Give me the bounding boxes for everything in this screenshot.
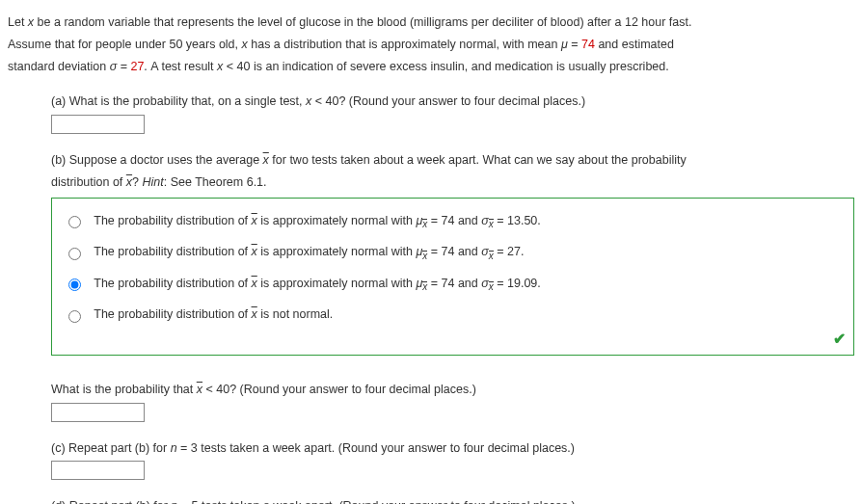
opt1-mu: μx xyxy=(416,214,427,227)
opt4-b: is not normal. xyxy=(257,307,334,321)
intro-line3-b: . A test result xyxy=(144,60,217,73)
eq2: = xyxy=(117,60,130,73)
opt2-sigma-val: = 27. xyxy=(494,245,525,258)
hint-rest: : See Theorem 6.1. xyxy=(164,175,267,189)
opt2-prefix: The probability distribution of xyxy=(94,245,251,258)
opt1-mu-expr: = 74 and xyxy=(427,214,481,227)
opt2-mu: μx xyxy=(416,245,427,258)
mu-value: 74 xyxy=(581,38,595,51)
b-line2-a: distribution of xyxy=(51,175,126,189)
option-4-radio[interactable] xyxy=(68,310,81,323)
part-d: (d) Repeat part (b) for n = 5 tests take… xyxy=(51,497,854,504)
eq1: = xyxy=(568,38,581,51)
c-text-b: = 3 tests taken a week apart. (Round you… xyxy=(177,441,575,455)
opt1-sigma-val: = 13.50. xyxy=(494,214,541,227)
part-a-text: (a) What is the probability that, on a s… xyxy=(51,93,854,111)
b2-text: What is the probability that x < 40? (Ro… xyxy=(51,381,854,399)
option-1[interactable]: The probability distribution of x is app… xyxy=(62,206,844,238)
option-1-radio[interactable] xyxy=(68,216,81,228)
d-text-b: = 5 tests taken a week apart. (Round you… xyxy=(177,499,575,504)
c-nvar: n xyxy=(171,441,177,455)
opt4-a: The probability distribution of xyxy=(94,307,251,321)
opt2-sigma: σx xyxy=(481,245,494,258)
intro-line3-a: standard deviation xyxy=(8,60,110,73)
b2-label-a: What is the probability that xyxy=(51,383,197,396)
opt3-sigma: σx xyxy=(481,277,494,290)
mu-symbol: μ xyxy=(561,38,568,51)
option-3[interactable]: The probability distribution of x is app… xyxy=(62,269,844,301)
b-line1-a: (b) Suppose a doctor uses the average xyxy=(51,153,263,167)
c-text: (c) Repeat part (b) for n = 3 tests take… xyxy=(51,439,854,458)
b-line1-b: for two tests taken about a week apart. … xyxy=(269,153,687,167)
c-text-a: (c) Repeat part (b) for xyxy=(51,441,171,455)
option-4[interactable]: The probability distribution of x is not… xyxy=(62,300,844,330)
part-b2: What is the probability that x < 40? (Ro… xyxy=(51,381,854,422)
intro-line2-c: and estimated xyxy=(595,38,674,51)
option-2[interactable]: The probability distribution of x is app… xyxy=(62,237,844,269)
intro-line1-a: Let xyxy=(8,15,28,29)
intro-line3: standard deviation σ = 27. A test result… xyxy=(8,58,854,76)
opt1-sigma: σx xyxy=(481,214,494,227)
intro-line2-b: has a distribution that is approximately… xyxy=(248,38,561,51)
opt1-prefix: The probability distribution of xyxy=(94,214,251,227)
intro-line1-b: be a random variable that represents the… xyxy=(34,15,691,29)
part-c: (c) Repeat part (b) for n = 3 tests take… xyxy=(51,439,854,481)
checkmark-icon: ✔ xyxy=(833,328,846,351)
part-b-line1: (b) Suppose a doctor uses the average x … xyxy=(51,151,854,170)
option-3-radio[interactable] xyxy=(68,279,81,291)
intro-line2: Assume that for people under 50 years ol… xyxy=(8,36,854,54)
part-b-line2: distribution of x? Hint: See Theorem 6.1… xyxy=(51,173,854,192)
opt2-mid: is approximately normal with xyxy=(257,245,417,258)
opt3-mu-expr: = 74 and xyxy=(427,277,481,290)
opt3-mid: is approximately normal with xyxy=(257,277,417,290)
opt3-mu: μx xyxy=(416,277,427,290)
answer-b2-input[interactable] xyxy=(51,403,145,422)
part-a: (a) What is the probability that, on a s… xyxy=(51,93,854,134)
b2-label-b: < 40? (Round your answer to four decimal… xyxy=(202,383,476,396)
opt2-mu-expr: = 74 and xyxy=(427,245,481,258)
d-text: (d) Repeat part (b) for n = 5 tests take… xyxy=(51,497,854,504)
opt1-mid: is approximately normal with xyxy=(257,214,417,227)
hint-label: Hint xyxy=(143,175,164,189)
intro-line3-c: < 40 is an indication of severe excess i… xyxy=(223,60,668,73)
intro-line1: Let x be a random variable that represen… xyxy=(8,13,854,32)
d-text-a: (d) Repeat part (b) for xyxy=(51,499,171,504)
part-b-options: The probability distribution of x is app… xyxy=(51,198,854,356)
answer-c-input[interactable] xyxy=(51,461,145,480)
intro-line2-a: Assume that for people under 50 years ol… xyxy=(8,38,242,51)
sigma-value: 27 xyxy=(130,60,144,73)
option-2-radio[interactable] xyxy=(68,248,81,260)
part-b: (b) Suppose a doctor uses the average x … xyxy=(51,151,854,356)
a-label: (a) What is the probability that, on a s… xyxy=(51,94,306,108)
opt3-sigma-val: = 19.09. xyxy=(494,277,541,290)
b-line2-b: ? xyxy=(132,175,142,189)
answer-a-input[interactable] xyxy=(51,115,145,134)
a-rest: < 40? (Round your answer to four decimal… xyxy=(311,94,585,108)
opt3-prefix: The probability distribution of xyxy=(94,277,251,290)
